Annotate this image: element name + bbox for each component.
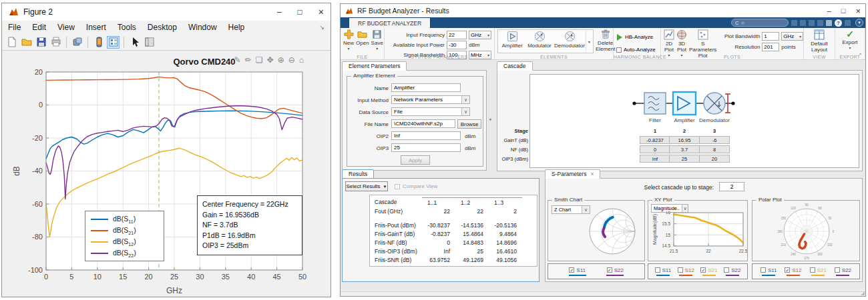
menu-help[interactable]: Help (228, 23, 245, 32)
close-icon[interactable]: × (318, 7, 324, 17)
brush-data-icon[interactable]: ✏ (245, 55, 252, 65)
available-input-power-field[interactable] (447, 41, 467, 49)
qa-ghost-icon[interactable] (845, 20, 851, 26)
restore-view-icon[interactable]: ⌂ (299, 55, 304, 65)
delete-element-button[interactable]: Delete Element (596, 29, 615, 52)
toolstrip-options-icon[interactable]: ▾ (855, 19, 863, 27)
minimize-icon[interactable]: – (827, 7, 831, 15)
results-table[interactable]: Cascade 1..1 1..2 1..3 Fout (GHz) 22 22 … (369, 195, 537, 267)
xy-s12-toggle[interactable]: S12 (678, 267, 694, 276)
open-file-icon[interactable] (20, 36, 33, 49)
demodulator-block[interactable] (704, 93, 725, 114)
close-tab-icon[interactable]: × (590, 171, 594, 177)
xy-plot-chart[interactable]: 21.52222.514.51515.516Magnitude(dB) (650, 211, 747, 259)
tab-element-parameters[interactable]: Element Parameters (342, 61, 407, 71)
menu-file[interactable]: File (8, 23, 21, 32)
data-source-select[interactable]: File∨ (391, 107, 470, 116)
input-frequency-field[interactable] (447, 31, 467, 39)
plot-bandwidth-unit-select[interactable]: GHz▾ (781, 32, 803, 41)
smith-s22-toggle[interactable]: S22 (606, 267, 624, 276)
xy-s22-toggle[interactable]: S22 (724, 267, 740, 276)
demodulator-button[interactable]: Demodulator (554, 31, 586, 52)
new-figure-icon[interactable] (5, 36, 18, 49)
menu-insert[interactable]: Insert (86, 23, 106, 32)
smith-s11-toggle[interactable]: S11 (569, 267, 586, 276)
pointer-tool-icon[interactable] (128, 36, 141, 49)
input-method-select[interactable]: Network Parameters∨ (391, 95, 470, 104)
resize-grip[interactable] (861, 291, 865, 295)
layout-panel-icon[interactable] (107, 36, 120, 49)
cascade-stage-field[interactable] (719, 182, 744, 191)
dock-figure-icon[interactable]: ↘ (319, 24, 324, 31)
select-results-button[interactable]: Select Results▼ (345, 181, 388, 191)
nf-cell[interactable]: 0 (640, 145, 670, 153)
maximize-icon[interactable]: □ (298, 8, 302, 16)
oip3-field[interactable] (391, 143, 461, 152)
chart-legend[interactable]: dB(S11) dB(S21) dB(S12) dB(S22) (85, 211, 164, 261)
collapse-ribbon-icon[interactable]: ⌃ (858, 53, 863, 59)
resolution-field[interactable] (762, 43, 779, 51)
menu-edit[interactable]: Edit (32, 23, 46, 32)
qa-ghost-icon[interactable] (809, 20, 815, 26)
xy-s11-toggle[interactable]: S11 (655, 267, 672, 276)
smith-chart-plot[interactable] (578, 205, 644, 259)
polar-plot-chart[interactable]: 0306090120150180210240270300330 (754, 203, 859, 260)
modulator-button[interactable]: Modulator (525, 31, 554, 52)
property-inspector-icon[interactable] (143, 36, 156, 49)
menu-tools[interactable]: Tools (118, 23, 136, 32)
plot-bandwidth-field[interactable] (762, 32, 779, 41)
tab-results[interactable]: Results (342, 169, 374, 179)
menu-desktop[interactable]: Desktop (148, 23, 177, 32)
gain-cell[interactable]: -0.8237 (640, 136, 670, 144)
polar-s21-toggle[interactable]: S21 (810, 267, 827, 276)
mobile-view-icon[interactable] (92, 36, 105, 49)
qa-ghost-icon[interactable] (791, 20, 797, 26)
2d-plot-button[interactable]: 2D Plot▾ (664, 29, 674, 57)
nf-cell[interactable]: 8 (699, 145, 730, 153)
oip3-cell[interactable]: 25 (669, 155, 700, 163)
close-icon[interactable]: × (855, 7, 861, 15)
tab-rf-budget-analyzer[interactable]: RF BUDGET ANALYZER (349, 17, 431, 28)
tab-cascade[interactable]: Cascade (497, 61, 533, 71)
new-button[interactable]: New▾ (343, 29, 354, 51)
xy-s21-toggle[interactable]: S21 (700, 267, 717, 276)
save-button[interactable]: Save▾ (371, 29, 383, 51)
polar-s11-toggle[interactable]: S11 (761, 267, 777, 276)
save-figure-icon[interactable] (35, 36, 47, 49)
menu-view[interactable]: View (57, 23, 75, 32)
oip3-cell[interactable]: 20 (699, 155, 730, 163)
annotation-box[interactable]: Center Frequency = 22GHz Gain = 16.9536d… (197, 195, 302, 255)
zoom-in-icon[interactable]: ⊕ (278, 55, 284, 65)
element-gallery-dropdown-icon[interactable]: ▾ (586, 31, 592, 52)
apply-button[interactable]: Apply (401, 155, 430, 165)
qa-ghost-icon[interactable] (817, 20, 823, 26)
datatip-icon[interactable]: ❏ (256, 55, 263, 65)
filter-block[interactable] (644, 93, 666, 114)
open-button[interactable]: Open (356, 29, 369, 46)
name-field[interactable] (391, 83, 461, 92)
qa-ghost-icon[interactable] (800, 20, 806, 26)
gain-cell[interactable]: 16.95 (669, 136, 700, 144)
compare-view-checkbox[interactable]: Compare View (395, 183, 437, 189)
maximize-icon[interactable]: □ (841, 7, 846, 15)
tab-s-parameters[interactable]: S-Parameters× (545, 169, 600, 179)
print-icon[interactable] (826, 20, 832, 26)
print-figure-icon[interactable] (49, 36, 62, 49)
browse-button[interactable]: Browse (457, 119, 481, 129)
search-documentation-input[interactable]: C (731, 19, 789, 27)
export-button[interactable]: ✓ Export▾ (838, 29, 862, 50)
pan-icon[interactable]: ✥ (267, 55, 274, 65)
amplifier-button[interactable]: Amplifier (499, 31, 525, 52)
input-frequency-unit-select[interactable]: GHz▾ (469, 31, 491, 39)
oip2-field[interactable] (391, 131, 461, 140)
gain-cell[interactable]: -6 (699, 136, 730, 144)
3d-plot-button[interactable]: 3D Plot▾ (676, 29, 687, 57)
edit-plot-icon[interactable]: ✎ (234, 55, 241, 65)
auto-analyze-box[interactable] (616, 47, 622, 53)
minimize-icon[interactable]: – (277, 8, 282, 16)
menu-window[interactable]: Window (188, 23, 217, 32)
hb-analyze-button[interactable]: HB-Analyze (616, 33, 656, 41)
help-icon[interactable]: ? (835, 19, 842, 27)
amplifier-block-selected[interactable] (673, 92, 696, 115)
polar-s22-toggle[interactable]: S22 (835, 267, 851, 276)
